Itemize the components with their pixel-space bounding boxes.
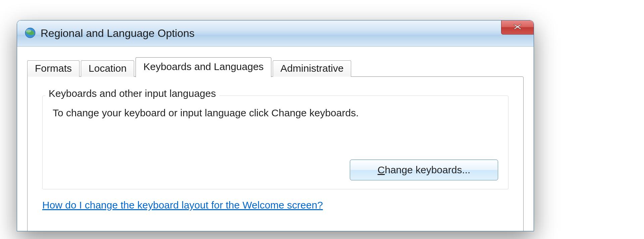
button-mnemonic: C [378, 164, 385, 176]
tab-keyboards[interactable]: Keyboards and Languages [136, 57, 271, 77]
tab-panel-keyboards: Keyboards and other input languages To c… [27, 76, 524, 231]
window-frame: Regional and Language Options Formats Lo… [17, 20, 534, 231]
group-body-text: To change your keyboard or input languag… [53, 107, 498, 119]
close-icon [513, 23, 522, 31]
change-keyboards-button[interactable]: Change keyboards... [350, 160, 498, 180]
tab-administrative[interactable]: Administrative [273, 60, 351, 77]
title-bar[interactable]: Regional and Language Options [17, 20, 534, 47]
help-link-welcome-screen[interactable]: How do I change the keyboard layout for … [42, 199, 323, 211]
group-legend: Keyboards and other input languages [45, 88, 219, 99]
window-title: Regional and Language Options [41, 27, 195, 40]
client-area: Formats Location Keyboards and Languages… [17, 47, 534, 231]
globe-icon [24, 27, 36, 40]
tab-location[interactable]: Location [81, 60, 134, 77]
svg-point-2 [26, 29, 31, 33]
tab-strip: Formats Location Keyboards and Languages… [27, 57, 524, 76]
close-button[interactable] [501, 20, 534, 35]
group-keyboards: Keyboards and other input languages To c… [42, 96, 508, 189]
button-label-post: hange keyboards... [385, 164, 470, 176]
tab-formats[interactable]: Formats [27, 60, 79, 77]
